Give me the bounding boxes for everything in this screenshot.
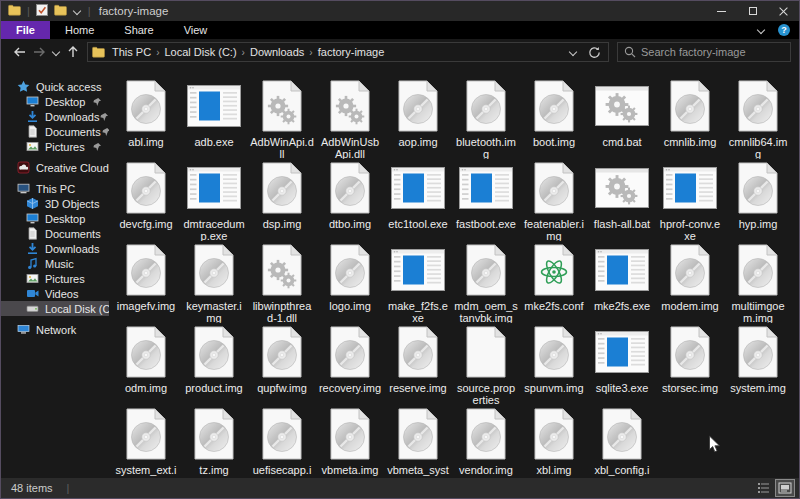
sidebar-item-music[interactable]: Music [1, 256, 109, 271]
file-item[interactable]: recovery.img [316, 323, 384, 405]
sidebar-item-desktop[interactable]: Desktop [1, 94, 109, 109]
sidebar-item-this-pc[interactable]: This PC [1, 181, 109, 196]
breadcrumb-segment[interactable]: Local Disk (C:) [159, 46, 241, 58]
file-item[interactable]: qupfw.img [248, 323, 316, 405]
file-item[interactable]: aop.img [384, 77, 452, 159]
file-item[interactable]: xbl.img [520, 405, 588, 478]
forward-button[interactable] [29, 41, 49, 63]
up-button[interactable] [63, 41, 83, 63]
sidebar-item-label: Videos [45, 288, 78, 300]
new-folder-icon[interactable] [54, 2, 67, 20]
back-button[interactable] [9, 41, 29, 63]
file-item[interactable]: mke2fs.conf [520, 241, 588, 323]
sidebar-item-pictures[interactable]: Pictures [1, 271, 109, 286]
tab-view[interactable]: View [169, 21, 223, 39]
file-item[interactable]: cmnlib64.img [724, 77, 792, 159]
file-item[interactable]: devcfg.img [112, 159, 180, 241]
refresh-icon[interactable] [588, 46, 601, 59]
expand-ribbon-chevron-icon[interactable] [757, 26, 766, 35]
sidebar-item-3d-objects[interactable]: 3D Objects [1, 196, 109, 211]
file-name: AdbWinUsbApi.dll [316, 135, 384, 159]
close-button[interactable] [768, 1, 799, 21]
sidebar-item-documents[interactable]: Documents [1, 226, 109, 241]
file-item[interactable]: xbl_config.img [588, 405, 656, 478]
file-item[interactable]: logo.img [316, 241, 384, 323]
file-item[interactable]: AdbWinApi.dll [248, 77, 316, 159]
breadcrumb-segment[interactable]: This PC [107, 46, 156, 58]
file-item[interactable]: dtbo.img [316, 159, 384, 241]
file-item[interactable]: imagefv.img [112, 241, 180, 323]
file-item[interactable]: keymaster.img [180, 241, 248, 323]
file-item[interactable]: mke2fs.exe [588, 241, 656, 323]
file-item[interactable]: odm.img [112, 323, 180, 405]
file-item[interactable]: tz.img [180, 405, 248, 478]
recent-locations-chevron-icon[interactable] [49, 41, 63, 63]
img-file-icon [126, 323, 166, 381]
file-item[interactable]: vendor.img [452, 405, 520, 478]
sidebar-item-local-disk-c-[interactable]: Local Disk (C:) [1, 301, 109, 316]
file-item[interactable]: cmd.bat [588, 77, 656, 159]
tab-file[interactable]: File [1, 21, 50, 39]
sidebar-item-creative-cloud-files[interactable]: Creative Cloud Files [1, 160, 109, 175]
breadcrumb-segment[interactable]: Downloads [245, 46, 309, 58]
address-history-chevron-icon[interactable] [569, 48, 578, 57]
properties-check-icon[interactable] [36, 2, 48, 20]
file-item[interactable]: adb.exe [180, 77, 248, 159]
file-item[interactable]: product.img [180, 323, 248, 405]
large-icons-view-button[interactable] [775, 479, 795, 497]
file-item[interactable]: libwinpthread-1.dll [248, 241, 316, 323]
content-area: abl.imgadb.exeAdbWinApi.dllAdbWinUsbApi.… [109, 65, 799, 478]
file-item[interactable]: dsp.img [248, 159, 316, 241]
sidebar-item-network[interactable]: Network [1, 322, 109, 337]
file-item[interactable]: modem.img [656, 241, 724, 323]
address-bar[interactable]: This PC›Local Disk (C:)›Downloads›factor… [87, 42, 609, 62]
file-item[interactable]: source.properties [452, 323, 520, 405]
file-item[interactable]: sqlite3.exe [588, 323, 656, 405]
sidebar-item-quick-access[interactable]: Quick access [1, 79, 109, 94]
minimize-button[interactable] [706, 1, 737, 21]
download-icon [26, 110, 39, 123]
file-name: make_f2fs.exe [384, 299, 452, 323]
tab-home[interactable]: Home [50, 21, 109, 39]
file-item[interactable]: storsec.img [656, 323, 724, 405]
file-item[interactable]: boot.img [520, 77, 588, 159]
file-item[interactable]: spunvm.img [520, 323, 588, 405]
file-item[interactable]: abl.img [112, 77, 180, 159]
sidebar-item-videos[interactable]: Videos [1, 286, 109, 301]
file-item[interactable]: dmtracedump.exe [180, 159, 248, 241]
tab-share[interactable]: Share [109, 21, 168, 39]
details-view-button[interactable] [753, 479, 773, 497]
file-item[interactable]: featenabler.img [520, 159, 588, 241]
file-item[interactable]: uefisecapp.img [248, 405, 316, 478]
qat-chevron-down-icon[interactable] [73, 7, 82, 16]
divider: | [67, 482, 70, 494]
file-item[interactable]: vbmeta_system.img [384, 405, 452, 478]
file-item[interactable]: fastboot.exe [452, 159, 520, 241]
sidebar-item-downloads[interactable]: Downloads [1, 109, 109, 124]
file-item[interactable]: multiimgoem.img [724, 241, 792, 323]
bat-file-icon [595, 159, 649, 217]
status-bar: 48 items | [1, 478, 799, 498]
file-item[interactable]: vbmeta.img [316, 405, 384, 478]
file-item[interactable]: hyp.img [724, 159, 792, 241]
file-item[interactable]: system.img [724, 323, 792, 405]
sidebar-item-documents[interactable]: Documents [1, 124, 109, 139]
file-item[interactable]: system_ext.img [112, 405, 180, 478]
help-icon[interactable]: ? [778, 24, 790, 36]
breadcrumb-segment[interactable]: factory-image [313, 46, 390, 58]
file-item[interactable]: mdm_oem_stanvbk.img [452, 241, 520, 323]
file-item[interactable]: cmnlib.img [656, 77, 724, 159]
file-item[interactable]: etc1tool.exe [384, 159, 452, 241]
file-item[interactable]: flash-all.bat [588, 159, 656, 241]
file-item[interactable]: bluetooth.img [452, 77, 520, 159]
maximize-button[interactable] [737, 1, 768, 21]
file-item[interactable]: reserve.img [384, 323, 452, 405]
file-item[interactable]: hprof-conv.exe [656, 159, 724, 241]
search-input[interactable] [641, 46, 784, 58]
file-item[interactable]: make_f2fs.exe [384, 241, 452, 323]
sidebar-item-pictures[interactable]: Pictures [1, 139, 109, 154]
sidebar-item-downloads[interactable]: Downloads [1, 241, 109, 256]
img-file-icon [534, 405, 574, 463]
sidebar-item-desktop[interactable]: Desktop [1, 211, 109, 226]
file-item[interactable]: AdbWinUsbApi.dll [316, 77, 384, 159]
